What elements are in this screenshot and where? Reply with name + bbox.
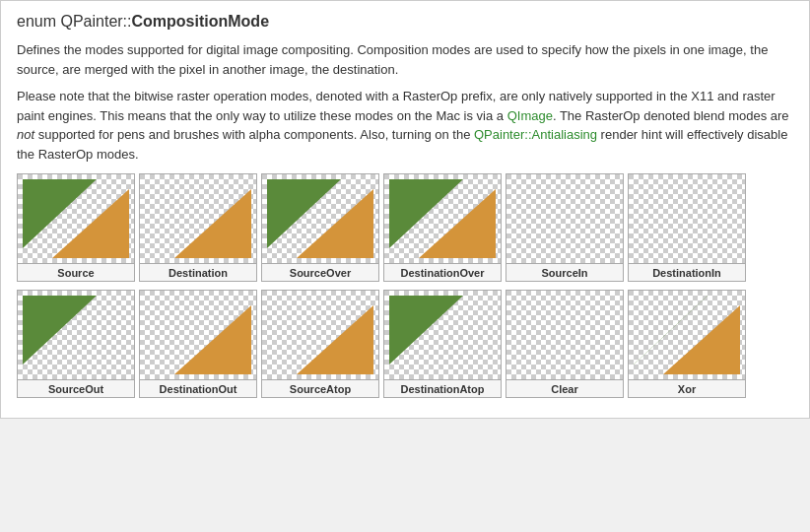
mode-row-1: Source [17,173,793,282]
mode-clear: Clear [506,290,624,398]
mode-sourceatop-label: SourceAtop [262,379,378,397]
svg-rect-76 [506,291,623,379]
mode-destinationin: DestinationIn [628,173,746,282]
mode-destinationover-label: DestinationOver [384,263,501,281]
mode-sourceatop-canvas [262,291,378,379]
main-container: enum QPainter::CompositionMode Defines t… [0,0,810,419]
mode-destinationatop: DestinationAtop [383,290,502,398]
svg-rect-39 [629,174,745,263]
mode-destinationin-canvas [629,174,745,263]
mode-source-label: Source [18,263,134,281]
mode-sourceover-label: SourceOver [262,263,378,281]
mode-xor-label: Xor [629,379,745,397]
mode-destinationover-canvas [384,174,501,263]
antialiasing-link[interactable]: QPainter::Antialiasing [474,127,597,142]
mode-clear-canvas [506,291,623,379]
mode-xor-canvas [629,291,745,379]
mode-sourceout-label: SourceOut [18,379,134,397]
mode-xor: Xor [628,290,746,398]
mode-source-canvas [18,174,134,263]
mode-sourceover-canvas [262,174,378,263]
mode-destinationin-label: DestinationIn [629,263,745,281]
mode-clear-label: Clear [506,379,623,397]
paragraph-2: Please note that the bitwise raster oper… [17,87,793,164]
mode-sourceout: SourceOut [17,290,135,398]
description-section: Defines the modes supported for digital … [17,40,793,164]
page-title: enum QPainter::CompositionMode [17,13,793,31]
mode-destination-canvas [140,174,256,263]
mode-destinationover: DestinationOver [383,173,502,282]
mode-sourcein: SourceIn [506,173,624,282]
qimage-link[interactable]: QImage [507,108,553,123]
mode-sourceout-canvas [18,291,134,379]
mode-row-2: SourceOut [17,290,793,398]
mode-destination-label: Destination [140,263,256,281]
mode-destinationout-canvas [140,291,256,379]
mode-sourceover: SourceOver [261,173,379,282]
mode-source: Source [17,173,135,282]
mode-sourceatop: SourceAtop [261,290,379,398]
mode-destinationatop-label: DestinationAtop [384,379,501,397]
paragraph-1: Defines the modes supported for digital … [17,40,793,79]
svg-rect-32 [506,174,623,263]
mode-destination: Destination [139,173,257,282]
mode-destinationout: DestinationOut [139,290,257,398]
title-bold: CompositionMode [132,13,270,30]
mode-sourcein-canvas [506,174,623,263]
mode-destinationout-label: DestinationOut [140,379,256,397]
mode-destinationatop-canvas [384,291,501,379]
mode-sourcein-label: SourceIn [506,263,623,281]
